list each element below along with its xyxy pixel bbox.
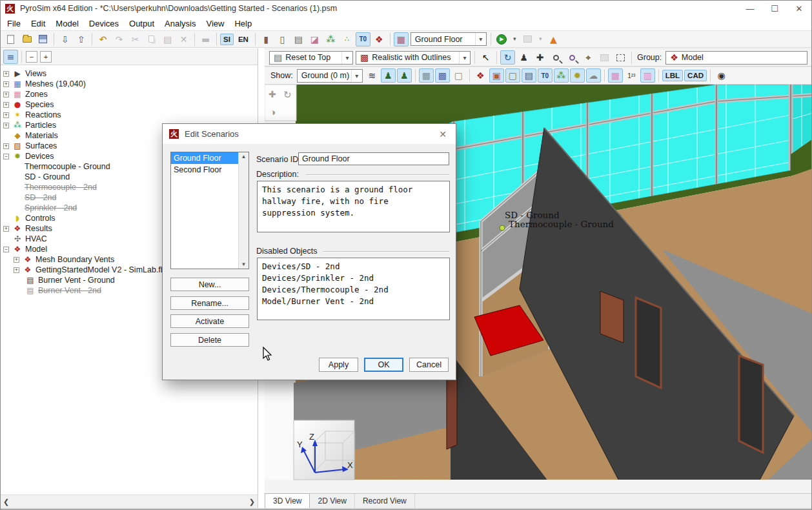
- tree-item-sd-ground[interactable]: SD - Ground: [25, 172, 70, 182]
- menu-view[interactable]: View: [201, 17, 229, 30]
- new-particle-tool-button[interactable]: ∴: [340, 32, 354, 46]
- render-mode-combo[interactable]: ▩ Realistic with Outlines ▾: [356, 51, 471, 65]
- filter-tree-button[interactable]: ≡: [3, 50, 18, 64]
- tab-3d-view[interactable]: 3D View: [265, 493, 310, 508]
- device-dot[interactable]: [500, 225, 505, 230]
- show-sprinklers-button[interactable]: ✹: [570, 68, 585, 83]
- menu-help[interactable]: Help: [229, 17, 257, 30]
- scenario-list-item-second[interactable]: Second Floor: [171, 164, 239, 176]
- apply-button[interactable]: Apply: [319, 358, 358, 372]
- show-holes-button[interactable]: ▢: [505, 68, 520, 83]
- undo-button[interactable]: ↶: [96, 32, 110, 46]
- orbit-tool-button[interactable]: ↻: [500, 50, 515, 65]
- ok-button[interactable]: OK: [364, 358, 403, 372]
- scroll-down-icon[interactable]: ▼: [241, 261, 247, 267]
- clip-tool-button[interactable]: [597, 50, 612, 65]
- menu-devices[interactable]: Devices: [84, 17, 124, 30]
- activate-scenario-button[interactable]: Activate: [170, 314, 249, 328]
- disabled-objects-list[interactable]: Devices/SD - 2nd Devices/Sprinkler - 2nd…: [257, 258, 450, 320]
- maximize-button[interactable]: ☐: [762, 1, 787, 16]
- run-simulation-button[interactable]: ▶: [494, 32, 509, 46]
- paste-button[interactable]: ▤: [160, 32, 175, 46]
- tree-item-sd-2nd[interactable]: SD - 2nd: [25, 192, 56, 203]
- import-button[interactable]: ⇩: [57, 32, 72, 46]
- en-units-toggle[interactable]: EN: [235, 34, 252, 45]
- export-button[interactable]: ⇧: [74, 32, 88, 46]
- floor-level-combo[interactable]: Ground (0 m) ▾: [297, 69, 363, 83]
- show-people-button[interactable]: ♟: [381, 68, 396, 83]
- tree-item-reactions[interactable]: +✶Reactions: [3, 110, 61, 120]
- wireframe-mode-button[interactable]: ▦: [419, 68, 434, 83]
- scenario-combo[interactable]: Ground Floor ▾: [411, 32, 487, 46]
- tree-item-surfaces[interactable]: +▧Surfaces: [3, 141, 57, 151]
- scenario-manager-button[interactable]: ▦: [394, 32, 409, 46]
- show-devices-button[interactable]: T0: [538, 68, 553, 83]
- select-tool-button[interactable]: ↖: [478, 50, 493, 65]
- new-door-tool-button[interactable]: ▮: [259, 32, 274, 46]
- si-units-toggle[interactable]: SI: [220, 34, 234, 45]
- show-cad-toggle[interactable]: CAD: [684, 70, 707, 81]
- cancel-button[interactable]: Cancel: [409, 358, 449, 372]
- zoom-region-button[interactable]: [565, 50, 580, 65]
- save-file-button[interactable]: [36, 32, 50, 46]
- group-combo[interactable]: ❖ Model: [665, 51, 807, 65]
- menu-output[interactable]: Output: [124, 17, 159, 30]
- tree-item-materials[interactable]: ◆Materials: [12, 130, 58, 141]
- tree-item-results[interactable]: +❖Results: [3, 223, 52, 234]
- tree-horizontal-scrollbar[interactable]: ❮ ❯: [1, 495, 258, 508]
- nav-sphere-icon[interactable]: ◑: [270, 107, 276, 117]
- show-obstructions-button[interactable]: ❖: [473, 68, 488, 83]
- show-coordinates-button[interactable]: 1²³: [624, 68, 639, 83]
- expand-all-button[interactable]: +: [40, 51, 52, 63]
- show-vents-button[interactable]: ▣: [489, 68, 504, 83]
- reset-view-combo[interactable]: ▤ Reset to Top ▾: [269, 51, 353, 65]
- scroll-right-icon[interactable]: ❯: [249, 498, 255, 506]
- nav-pan-icon[interactable]: ✚: [269, 89, 276, 99]
- delete-scenario-button[interactable]: Delete: [170, 333, 249, 347]
- outline-mode-button[interactable]: ▢: [451, 68, 466, 83]
- tree-item-zones[interactable]: +▦Zones: [3, 89, 48, 99]
- results-dropdown-button[interactable]: ▾: [536, 32, 545, 46]
- scroll-up-icon[interactable]: ▲: [241, 154, 247, 159]
- sort-levels-button[interactable]: ≋: [365, 68, 380, 83]
- delete-button[interactable]: ✕: [176, 32, 191, 46]
- menu-model[interactable]: Model: [50, 17, 83, 30]
- new-file-button[interactable]: [3, 32, 18, 46]
- open-file-button[interactable]: [19, 32, 34, 46]
- minimize-button[interactable]: —: [738, 1, 762, 16]
- dialog-close-icon[interactable]: ✕: [430, 124, 456, 144]
- nav-orbit-icon[interactable]: ↻: [283, 89, 292, 100]
- new-hole-tool-button[interactable]: ▯: [275, 32, 290, 46]
- tree-item-burner-vent-ground[interactable]: ▤Burner Vent - Ground: [25, 275, 115, 285]
- pan-tool-button[interactable]: ✚: [533, 50, 547, 65]
- show-smoke-button[interactable]: ☁: [586, 68, 601, 83]
- scenario-list-scrollbar[interactable]: ▲ ▼: [238, 152, 249, 269]
- note-button[interactable]: ▬: [198, 32, 213, 46]
- scroll-left-icon[interactable]: ❮: [3, 498, 9, 506]
- tree-item-gettingstartedmodel[interactable]: +❖GettingStartedModel V2 - SimLab.fbx: [14, 265, 169, 275]
- menu-analysis[interactable]: Analysis: [159, 17, 201, 30]
- smokeview-button[interactable]: ▲: [546, 32, 561, 46]
- show-zones-button[interactable]: ▦: [608, 68, 623, 83]
- tree-item-devices[interactable]: −✹Devices: [3, 151, 54, 161]
- run-dropdown-button[interactable]: ▾: [511, 32, 519, 46]
- close-button[interactable]: ✕: [787, 1, 811, 16]
- scenario-id-field[interactable]: Ground Floor: [298, 152, 449, 165]
- tree-item-burner-vent-2nd[interactable]: ▤Burner Vent - 2nd: [25, 285, 101, 296]
- tree-item-thermocouple-ground[interactable]: Thermocouple - Ground: [25, 161, 110, 172]
- tree-item-views[interactable]: +▶Views: [3, 68, 46, 79]
- show-records-button[interactable]: ▤: [522, 68, 536, 83]
- record-view-button[interactable]: ◉: [714, 68, 729, 83]
- new-particle-cloud-tool-button[interactable]: ⁂: [323, 32, 338, 46]
- select-region-button[interactable]: [613, 50, 628, 65]
- solid-mode-button[interactable]: ▩: [435, 68, 450, 83]
- show-labels-toggle[interactable]: LBL: [662, 70, 683, 81]
- dialog-title-bar[interactable]: 火 Edit Scenarios ✕: [163, 124, 456, 144]
- zoom-to-target-button[interactable]: ⌖: [581, 50, 596, 65]
- tree-item-model[interactable]: −❖Model: [3, 244, 47, 254]
- tree-item-meshes[interactable]: +▦Meshes (19,040): [3, 79, 86, 89]
- tab-record-view[interactable]: Record View: [355, 494, 415, 508]
- walk-tool-button[interactable]: ♟: [516, 50, 531, 65]
- show-particles-button[interactable]: ⁂: [554, 68, 569, 83]
- show-slabs-button[interactable]: ▥: [640, 68, 655, 83]
